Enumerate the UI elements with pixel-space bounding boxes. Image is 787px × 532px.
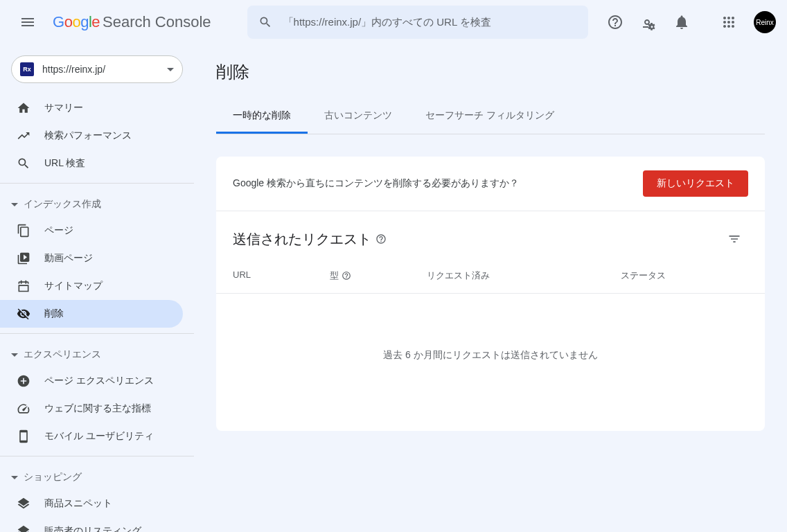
layers-icon (17, 497, 30, 511)
nav-label: 商品スニペット (44, 497, 112, 510)
col-status: ステータス (621, 269, 748, 282)
nav-mobile-usability[interactable]: モバイル ユーザビリティ (0, 423, 183, 450)
section-label: ショッピング (24, 471, 82, 484)
url-inspect-search[interactable]: 「https://reinx.jp/」内のすべての URL を検査 (247, 6, 588, 39)
nav-sitemaps[interactable]: サイトマップ (0, 272, 183, 300)
tab-safesearch-filtering[interactable]: セーフサーチ フィルタリング (409, 100, 571, 134)
account-avatar[interactable]: Reinx (754, 11, 776, 33)
bell-icon (673, 14, 690, 30)
nav-label: ページ エクスペリエンス (44, 375, 154, 387)
section-label: エクスペリエンス (24, 348, 101, 361)
nav-label: モバイル ユーザビリティ (44, 430, 154, 443)
nav-label: 削除 (44, 308, 64, 320)
circle-plus-icon (17, 374, 30, 388)
trending-icon (17, 129, 30, 143)
card-subtitle: 送信されたリクエスト (233, 230, 387, 249)
nav-section-experience[interactable]: エクスペリエンス (0, 342, 194, 367)
search-container: 「https://reinx.jp/」内のすべての URL を検査 (247, 6, 588, 39)
nav-url-inspection[interactable]: URL 検査 (0, 150, 183, 177)
apps-grid-icon (720, 14, 737, 30)
video-icon (17, 251, 30, 265)
search-icon (17, 157, 30, 170)
nav-video-pages[interactable]: 動画ページ (0, 245, 183, 272)
nav-performance[interactable]: 検索パフォーマンス (0, 122, 183, 150)
home-icon (17, 101, 30, 115)
card-header: Google 検索から直ちにコンテンツを削除する必要がありますか？ 新しいリクエ… (216, 157, 765, 211)
page-title: 削除 (216, 61, 765, 83)
nav-removals[interactable]: 削除 (0, 300, 183, 328)
help-icon[interactable] (342, 271, 351, 281)
removals-card: Google 検索から直ちにコンテンツを削除する必要がありますか？ 新しいリクエ… (216, 157, 765, 431)
main-content: 削除 一時的な削除 古いコンテンツ セーフサーチ フィルタリング Google … (194, 44, 787, 532)
nav-product-snippets[interactable]: 商品スニペット (0, 490, 183, 517)
help-button[interactable] (601, 8, 629, 36)
sidebar: Rx https://reinx.jp/ サマリー 検索パフォーマンス URL … (0, 44, 194, 532)
nav-label: 販売者のリスティング (44, 525, 141, 532)
user-gear-icon (640, 14, 657, 30)
section-label: インデックス作成 (24, 198, 101, 211)
nav-label: ページ (44, 224, 73, 237)
layers-icon (17, 524, 30, 532)
tab-temporary-removals[interactable]: 一時的な削除 (216, 100, 308, 134)
nav-merchant-listings[interactable]: 販売者のリスティング (0, 517, 183, 532)
nav-core-web-vitals[interactable]: ウェブに関する主な指標 (0, 395, 183, 423)
help-icon (607, 14, 624, 30)
col-type: 型 (330, 269, 427, 282)
nav-page-experience[interactable]: ページ エクスペリエンス (0, 367, 183, 395)
speed-icon (17, 402, 30, 416)
visibility-off-icon (17, 307, 30, 321)
nav-label: URL 検査 (44, 157, 85, 170)
chevron-down-icon (11, 203, 18, 206)
google-logo: Google (53, 13, 100, 31)
header-actions: Reinx (601, 8, 776, 36)
hamburger-icon (19, 14, 36, 30)
nav-section-shopping[interactable]: ショッピング (0, 465, 194, 490)
nav-pages[interactable]: ページ (0, 217, 183, 245)
nav-label: 動画ページ (44, 252, 93, 265)
notifications-button[interactable] (668, 8, 696, 36)
card-subheader: 送信されたリクエスト (216, 211, 765, 258)
search-placeholder: 「https://reinx.jp/」内のすべての URL を検査 (283, 16, 491, 29)
nav-section-indexing[interactable]: インデックス作成 (0, 192, 194, 217)
apps-button[interactable] (715, 8, 743, 36)
main-menu-button[interactable] (11, 6, 44, 39)
nav-summary[interactable]: サマリー (0, 94, 183, 122)
empty-state-message: 過去 6 か月間にリクエストは送信されていません (216, 294, 765, 431)
col-requested: リクエスト済み (427, 269, 621, 282)
copy-icon (17, 224, 30, 238)
new-request-button[interactable]: 新しいリクエスト (643, 170, 748, 197)
col-url: URL (233, 269, 330, 282)
nav-label: サマリー (44, 102, 83, 114)
filter-button[interactable] (720, 225, 748, 253)
sitemap-icon (17, 279, 30, 293)
product-name: Search Console (103, 13, 211, 31)
tabs: 一時的な削除 古いコンテンツ セーフサーチ フィルタリング (216, 100, 765, 134)
chevron-down-icon (11, 353, 18, 357)
nav-label: 検索パフォーマンス (44, 130, 132, 142)
chevron-down-icon (11, 476, 18, 479)
property-favicon: Rx (20, 62, 34, 76)
help-icon[interactable] (375, 233, 387, 245)
nav-label: ウェブに関する主な指標 (44, 402, 151, 415)
user-settings-button[interactable] (635, 8, 662, 36)
nav-label: サイトマップ (44, 280, 103, 292)
tab-outdated-content[interactable]: 古いコンテンツ (308, 100, 409, 134)
chevron-down-icon (167, 68, 174, 71)
smartphone-icon (17, 429, 30, 443)
product-logo[interactable]: Google Search Console (53, 13, 211, 31)
property-selector[interactable]: Rx https://reinx.jp/ (11, 55, 183, 83)
filter-list-icon (727, 232, 741, 246)
prompt-text: Google 検索から直ちにコンテンツを削除する必要がありますか？ (233, 177, 519, 190)
property-url: https://reinx.jp/ (42, 64, 159, 75)
search-icon (258, 15, 272, 29)
table-header-row: URL 型 リクエスト済み ステータス (216, 258, 765, 294)
app-header: Google Search Console 「https://reinx.jp/… (0, 0, 787, 44)
